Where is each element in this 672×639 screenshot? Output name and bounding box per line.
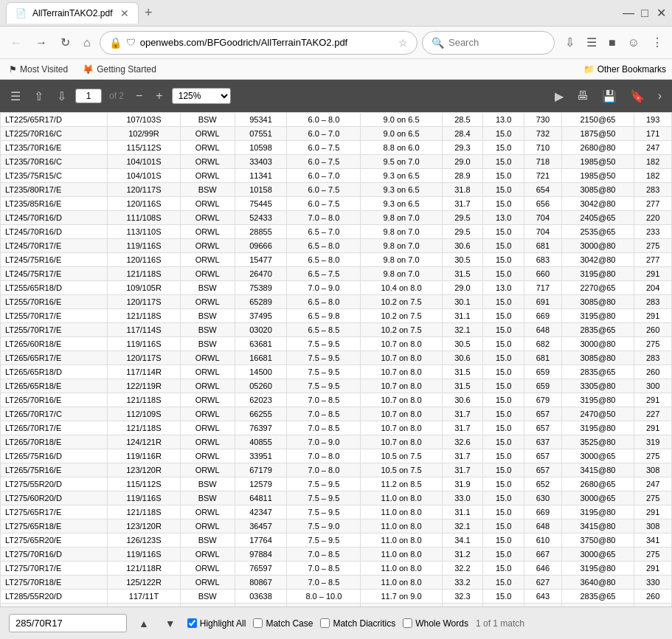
bookmark-getting-started[interactable]: 🦊 Getting Started <box>80 63 159 76</box>
profile-icon[interactable]: ☺ <box>625 33 642 52</box>
tire-data-table: LT225/65R17/D107/103SBSW953416.0 – 8.09.… <box>0 112 672 607</box>
table-row: LT265/75R16/D119/116RORWL339517.0 – 8.01… <box>1 449 672 463</box>
url-input[interactable] <box>140 37 394 48</box>
match-count: 1 of 1 match <box>476 618 524 629</box>
table-row: LT275/65R17/E121/118SORWL423477.5 – 9.51… <box>1 505 672 519</box>
table-row: LT275/65R18/E123/120RORWL364577.5 – 9.01… <box>1 519 672 533</box>
find-next-button[interactable]: ▼ <box>161 616 180 631</box>
find-input[interactable] <box>9 614 127 632</box>
folder-icon: 📁 <box>583 64 595 75</box>
save-button[interactable]: 💾 <box>597 86 621 106</box>
table-row: LT235/70R16/E115/112SORWL105986.0 – 7.58… <box>1 141 672 155</box>
table-row: LT235/85R16/E120/116SORWL754456.0 – 7.59… <box>1 197 672 211</box>
pdf-content[interactable]: LT225/65R17/D107/103SBSW953416.0 – 8.09.… <box>0 112 672 607</box>
match-case-checkbox[interactable] <box>253 618 263 628</box>
table-row: LT245/70R16/D111/108SORWL524337.0 – 8.09… <box>1 211 672 225</box>
shield-icon: 🛡 <box>126 37 136 48</box>
table-row: LT265/70R18/E124/121RORWL408557.0 – 9.01… <box>1 435 672 449</box>
table-row: LT235/75R15/C104/101SORWL113416.0 – 7.09… <box>1 169 672 183</box>
find-prev-button[interactable]: ▲ <box>134 616 153 631</box>
minimize-button[interactable]: — <box>623 8 634 18</box>
whole-words-option[interactable]: Whole Words <box>403 618 468 629</box>
table-row: LT225/70R16/C102/99RORWL075516.0 – 7.09.… <box>1 127 672 141</box>
zoom-select[interactable]: 125% 50% 75% 100% 150% 175% 200% <box>172 88 231 104</box>
browser-tab[interactable]: 📄 AllTerrainTAKO2.pdf ✕ <box>6 2 139 24</box>
title-bar: 📄 AllTerrainTAKO2.pdf ✕ + — □ ✕ <box>0 0 672 27</box>
match-diacritics-checkbox[interactable] <box>320 618 330 628</box>
bookmark-label: Most Visited <box>20 64 68 75</box>
back-button[interactable]: ← <box>6 33 27 52</box>
match-diacritics-option[interactable]: Match Diacritics <box>320 618 395 629</box>
menu-icon[interactable]: ⋮ <box>648 32 666 52</box>
table-row: LT275/70R18/E125/122RORWL808677.0 – 8.51… <box>1 576 672 590</box>
match-case-option[interactable]: Match Case <box>253 618 313 629</box>
scroll-up-button[interactable]: ⇧ <box>30 86 48 106</box>
table-row: LT255/70R16/E120/117SORWL652896.5 – 8.01… <box>1 295 672 309</box>
bookmarks-bar: ⚑ Most Visited 🦊 Getting Started 📁 Other… <box>0 59 672 80</box>
pdf-right-buttons: ▶ 🖶 💾 🔖 › <box>550 86 666 106</box>
downloads-icon[interactable]: ⇩ <box>562 32 578 52</box>
firefox-icon: 🦊 <box>83 64 94 75</box>
new-tab-button[interactable]: + <box>139 5 159 21</box>
table-row: LT265/60R18/E119/116SBSW636817.5 – 9.510… <box>1 337 672 351</box>
table-row: LT275/55R20/D115/112SBSW125797.5 – 9.511… <box>1 477 672 491</box>
forward-button[interactable]: → <box>31 33 52 52</box>
table-row: LT245/70R17/E119/116SORWL096666.5 – 8.09… <box>1 239 672 253</box>
match-case-label: Match Case <box>266 618 313 629</box>
table-row: LT275/60R20/D119/116SBSW648117.5 – 9.511… <box>1 491 672 505</box>
nav-bar: ← → ↻ ⌂ 🔒 🛡 ☆ 🔍 ⇩ ☰ ■ ☺ ⋮ <box>0 27 672 59</box>
search-box[interactable]: 🔍 <box>422 31 555 55</box>
table-row: LT225/65R17/D107/103SBSW953416.0 – 8.09.… <box>1 113 672 127</box>
tab-icon: 📄 <box>15 8 27 18</box>
table-row: LT265/70R17/C112/109SORWL662557.0 – 8.51… <box>1 407 672 421</box>
tab-title: AllTerrainTAKO2.pdf <box>32 8 113 18</box>
most-visited-icon: ⚑ <box>9 64 17 75</box>
bookmark-most-visited[interactable]: ⚑ Most Visited <box>6 63 71 76</box>
table-row: LT265/65R18/E122/119RORWL052607.5 – 9.51… <box>1 379 672 393</box>
address-bar[interactable]: 🔒 🛡 ☆ <box>100 31 418 55</box>
whole-words-checkbox[interactable] <box>403 618 412 628</box>
toolbar-icons: ⇩ ☰ ■ ☺ ⋮ <box>562 32 666 52</box>
table-row: LT285/55R20/D117/11TBSW036388.0 – 10.011… <box>1 590 672 604</box>
maximize-button[interactable]: □ <box>640 8 650 18</box>
page-separator: of 2 <box>106 91 127 101</box>
bookmark-star-icon[interactable]: ☆ <box>398 37 408 49</box>
home-button[interactable]: ⌂ <box>79 33 95 52</box>
table-row: LT265/70R17/E121/118SORWL763977.0 – 8.51… <box>1 421 672 435</box>
other-bookmarks[interactable]: 📁 Other Bookmarks <box>583 64 666 75</box>
table-row: LT275/65R20/E126/123SBSW177647.5 – 9.511… <box>1 533 672 548</box>
whole-words-label: Whole Words <box>415 618 468 629</box>
bookmark-label: Getting Started <box>97 64 156 75</box>
highlight-all-option[interactable]: Highlight All <box>187 618 246 629</box>
match-diacritics-label: Match Diacritics <box>333 618 395 629</box>
history-icon[interactable]: ☰ <box>583 32 600 52</box>
table-row: LT275/70R16/D119/116SORWL978847.0 – 8.51… <box>1 548 672 562</box>
zoom-in-button[interactable]: + <box>151 86 167 106</box>
page-number-input[interactable] <box>75 89 102 103</box>
table-row: LT245/70R16/D113/110SORWL288556.5 – 7.09… <box>1 225 672 239</box>
table-row: LT255/70R17/E117/114SBSW030206.5 – 8.510… <box>1 323 672 337</box>
table-row: LT245/75R16/E120/116SORWL154776.5 – 8.09… <box>1 253 672 267</box>
table-row: LT265/65R17/E120/117SORWL166817.5 – 9.51… <box>1 351 672 365</box>
print-button[interactable]: 🖶 <box>572 86 593 106</box>
extensions-icon[interactable]: ■ <box>606 33 619 52</box>
sidebar-toggle-button[interactable]: ☰ <box>6 86 25 106</box>
window-controls: — □ ✕ <box>623 8 666 18</box>
presentation-mode-button[interactable]: ▶ <box>550 86 568 106</box>
close-button[interactable]: ✕ <box>656 8 666 18</box>
scroll-down-button[interactable]: ⇩ <box>52 86 71 106</box>
table-row: LT265/65R18/D117/114RORWL145007.5 – 9.51… <box>1 365 672 379</box>
zoom-out-button[interactable]: − <box>131 86 147 106</box>
lock-icon: 🔒 <box>109 37 122 49</box>
search-icon: 🔍 <box>432 37 444 49</box>
table-row: LT265/75R16/E123/120RORWL671797.0 – 8.01… <box>1 463 672 477</box>
refresh-button[interactable]: ↻ <box>56 32 75 52</box>
more-options-button[interactable]: › <box>654 86 666 106</box>
table-row: LT275/70R17/E121/118RORWL765977.0 – 8.51… <box>1 562 672 576</box>
highlight-all-checkbox[interactable] <box>187 618 197 628</box>
search-input[interactable] <box>448 37 537 48</box>
tab-close-button[interactable]: ✕ <box>120 7 129 19</box>
table-row: LT235/80R17/E120/117SBSW101586.0 – 7.59.… <box>1 183 672 197</box>
bookmark-button[interactable]: 🔖 <box>626 86 649 106</box>
other-bookmarks-label: Other Bookmarks <box>597 64 666 75</box>
